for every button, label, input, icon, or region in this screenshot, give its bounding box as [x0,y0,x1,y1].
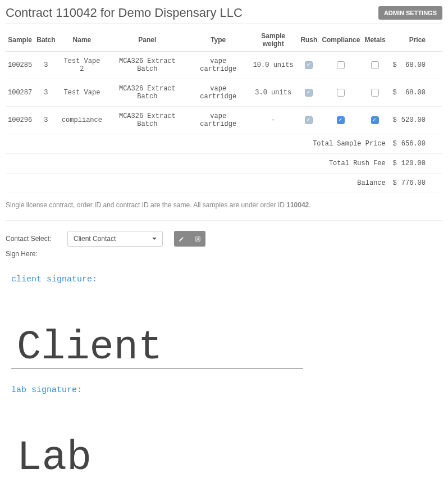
col-type: Type [188,29,248,52]
table-row: 1002853Test Vape 2MCA326 Extract Batchva… [6,52,442,79]
table-row: 1002873Test VapeMCA326 Extract Batchvape… [6,79,442,107]
samples-table: Sample Batch Name Panel Type Sample weig… [6,29,442,193]
checkbox-unchecked-icon[interactable] [371,89,379,97]
chevron-down-icon [152,238,157,240]
contact-select-dropdown[interactable]: Client Contact [67,231,163,247]
square-x-icon [195,236,201,242]
lab-signature-label: lab signature: [11,385,442,395]
col-compliance: Compliance [319,29,362,52]
col-panel: Panel [106,29,188,52]
totals-row: Total Sample Price$656.00 [6,134,442,154]
client-signature-pad[interactable]: Client [11,295,303,368]
col-sample: Sample [6,29,34,52]
checkbox-checked-icon[interactable] [371,116,379,124]
clear-signature-button[interactable] [190,231,205,247]
contract-note: Single license contract, order ID and co… [6,201,442,209]
col-name: Name [58,29,107,52]
client-signature-label: client signature: [11,275,442,284]
admin-settings-button[interactable]: ADMIN SETTINGS [378,6,442,20]
col-rush: Rush [298,29,319,52]
checkbox-unchecked-icon[interactable] [337,89,345,97]
checkbox-checked-icon[interactable] [337,116,345,124]
totals-row: Total Rush Fee$120.00 [6,154,442,174]
col-batch: Batch [34,29,57,52]
edit-icon [179,235,185,242]
table-row: 1002963complianceMCA326 Extract Batchvap… [6,107,442,134]
checkbox-unchecked-icon[interactable] [371,61,379,69]
checkbox-checked-icon[interactable] [305,89,313,97]
edit-signature-button[interactable] [174,231,190,247]
checkbox-unchecked-icon[interactable] [337,61,345,69]
checkbox-checked-icon[interactable] [305,61,313,69]
lab-signature-drawing: Lab [17,437,92,478]
totals-row: Balance$776.00 [6,174,442,193]
col-metals: Metals [362,29,387,52]
col-price: Price [399,29,442,52]
checkbox-checked-icon[interactable] [305,116,313,124]
contact-select-label: Contact Select: [6,235,56,243]
sign-here-label: Sign Here: [6,250,442,258]
client-signature-drawing: Client [17,327,162,368]
page-title: Contract 110042 for Demo Dispensary LLC [6,6,243,20]
lab-signature-pad[interactable]: Lab [11,406,303,478]
col-weight: Sample weight [248,29,298,52]
